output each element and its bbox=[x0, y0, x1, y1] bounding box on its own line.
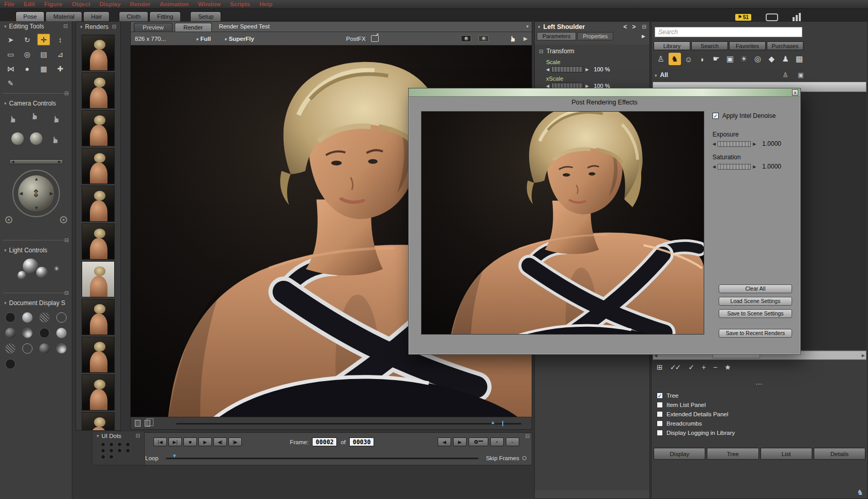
display-style-icon[interactable] bbox=[22, 343, 33, 354]
collapse-widget[interactable] bbox=[642, 24, 646, 29]
favorite-star-icon[interactable]: ★ bbox=[724, 363, 730, 371]
hands-category-icon[interactable]: ☛ bbox=[710, 53, 722, 65]
export-postfx-icon[interactable] bbox=[371, 35, 379, 42]
trackball-up-arrow[interactable]: ▲ bbox=[34, 176, 39, 182]
previous-actor-button[interactable]: < bbox=[624, 23, 627, 31]
slider-decrement[interactable]: ◀ bbox=[712, 164, 716, 169]
ui-dot[interactable] bbox=[126, 448, 130, 453]
next-key-button[interactable]: ▶ bbox=[453, 437, 467, 446]
details-view-button[interactable]: Details bbox=[814, 448, 865, 460]
ui-dot[interactable] bbox=[109, 442, 114, 447]
trackball-right-arrow[interactable]: ▶ bbox=[50, 191, 53, 196]
chain-break-tool[interactable]: ⋈ bbox=[4, 63, 17, 74]
render-engine-dropdown[interactable]: SuperFly bbox=[224, 36, 254, 42]
render-resolution[interactable]: 826 x 770... bbox=[135, 36, 166, 42]
slider-increment[interactable]: ▶ bbox=[585, 67, 588, 72]
option-display-logging-in-library[interactable]: Display Logging in Library bbox=[657, 428, 862, 437]
slider-decrement[interactable]: ◀ bbox=[546, 67, 549, 72]
render-thumbnail[interactable] bbox=[82, 72, 115, 109]
key-toggle-button[interactable] bbox=[469, 437, 488, 446]
room-tab-hair[interactable]: Hair bbox=[83, 11, 110, 21]
scale-slider[interactable] bbox=[551, 66, 583, 72]
transform-section-header[interactable]: Transform bbox=[535, 48, 649, 55]
notification-badge[interactable]: 51 bbox=[735, 14, 751, 21]
search-input[interactable] bbox=[655, 27, 802, 37]
actor-selector[interactable]: Left Shoulder < > bbox=[535, 22, 649, 32]
save-to-recent-renders-button[interactable]: Save to Recent Renders bbox=[719, 329, 792, 338]
camera-trackball[interactable]: ⇕ ▲ ▼ ◀ ▶ bbox=[18, 175, 54, 211]
poses-category-icon[interactable]: ♞ bbox=[669, 53, 681, 65]
display-style-icon[interactable] bbox=[39, 343, 50, 354]
collapse-widget[interactable] bbox=[525, 434, 530, 439]
scroll-right-arrow[interactable]: ▶ bbox=[862, 353, 865, 358]
tab-parameters[interactable]: Parameters bbox=[537, 32, 576, 40]
show-sets-icon[interactable]: ▣ bbox=[796, 70, 805, 80]
save-to-scene-settings-button[interactable]: Save to Scene Settings bbox=[719, 309, 792, 318]
lights-category-icon[interactable]: ☀ bbox=[738, 53, 750, 65]
option-tree[interactable]: Tree bbox=[657, 391, 862, 400]
current-frame-input[interactable] bbox=[312, 437, 337, 446]
tab-library[interactable]: Library bbox=[654, 41, 690, 50]
room-tab-fitting[interactable]: Fitting bbox=[149, 11, 181, 21]
next-actor-button[interactable]: > bbox=[632, 23, 636, 31]
select-tool[interactable]: ➤ bbox=[4, 34, 17, 46]
collections-category-icon[interactable]: ▦ bbox=[793, 53, 805, 65]
add-keyframe-button[interactable]: + bbox=[490, 437, 504, 446]
slider-increment[interactable]: ▶ bbox=[753, 142, 756, 146]
props-category-icon[interactable]: ▣ bbox=[724, 53, 736, 65]
close-button[interactable]: x bbox=[792, 89, 798, 96]
option-extended-details-panel[interactable]: Extended Details Panel bbox=[657, 410, 862, 419]
camera-controls-header[interactable]: Camera Controls bbox=[0, 98, 72, 109]
stats-icon[interactable] bbox=[793, 13, 801, 21]
render-thumbnail[interactable] bbox=[82, 412, 115, 431]
display-style-icon[interactable] bbox=[5, 359, 16, 369]
render-thumbnail[interactable] bbox=[82, 223, 115, 260]
tabs-overflow-arrow[interactable]: ▶ bbox=[642, 34, 645, 39]
denoise-option[interactable]: Apply Intel Denoise bbox=[712, 112, 792, 119]
color-tool[interactable]: ● bbox=[21, 63, 34, 74]
camera-plane-control[interactable]: ◀▶ bbox=[9, 159, 63, 164]
step-forward-button[interactable]: |▶ bbox=[228, 437, 242, 446]
display-view-button[interactable]: Display bbox=[654, 448, 705, 460]
toolbar-overflow-arrow[interactable]: ▶ bbox=[523, 36, 528, 41]
render-thumbnail[interactable] bbox=[82, 299, 115, 335]
grouping-tool[interactable]: ▤ bbox=[37, 48, 50, 60]
pan-view-icon[interactable]: ☛ bbox=[508, 35, 518, 42]
menu-figure[interactable]: Figure bbox=[44, 0, 63, 8]
profile-camera-icon[interactable] bbox=[30, 132, 42, 145]
denoise-checkbox[interactable] bbox=[712, 113, 719, 119]
checkbox[interactable] bbox=[657, 411, 663, 417]
display-style-icon[interactable] bbox=[5, 343, 16, 354]
document-display-header[interactable]: Document Display S bbox=[0, 298, 72, 308]
light-controls-header[interactable]: Light Controls bbox=[0, 245, 72, 255]
apply-double-check-icon[interactable]: ✓✓ bbox=[670, 363, 680, 371]
hand-camera-icon[interactable]: ☛ bbox=[50, 136, 61, 144]
display-style-icon[interactable] bbox=[56, 328, 67, 338]
tab-properties[interactable]: Properties bbox=[577, 32, 613, 40]
stop-button[interactable]: ■ bbox=[183, 437, 197, 446]
menu-display[interactable]: Display bbox=[99, 0, 120, 8]
materials-category-icon[interactable]: ◆ bbox=[765, 53, 778, 65]
tab-purchases[interactable]: Purchases bbox=[767, 41, 803, 50]
render-thumbnail[interactable] bbox=[82, 374, 115, 411]
show-figures-icon[interactable]: ♙ bbox=[781, 70, 790, 80]
add-to-library-icon[interactable]: + bbox=[702, 363, 705, 371]
render-size-dropdown[interactable]: Full bbox=[196, 36, 211, 42]
menu-animation[interactable]: Animation bbox=[160, 0, 189, 8]
menu-file[interactable]: File bbox=[4, 0, 14, 8]
direct-manipulation-tool[interactable]: ✚ bbox=[54, 63, 67, 74]
last-frame-button[interactable]: ▶| bbox=[168, 437, 182, 446]
checkbox[interactable] bbox=[657, 402, 663, 408]
option-item-list-panel[interactable]: Item List Panel bbox=[657, 400, 862, 410]
display-style-icon[interactable] bbox=[22, 328, 33, 338]
single-view-icon[interactable] bbox=[135, 420, 141, 427]
scale-tool[interactable]: ▭ bbox=[4, 48, 17, 60]
ui-dot[interactable] bbox=[109, 455, 114, 459]
menu-render[interactable]: Render bbox=[130, 0, 150, 8]
timeline-scrubber[interactable] bbox=[166, 458, 479, 459]
render-camera-icon[interactable] bbox=[461, 35, 471, 42]
option-breadcrumbs[interactable]: Breadcrumbs bbox=[657, 419, 862, 428]
morphing-tool[interactable]: ▦ bbox=[37, 63, 50, 74]
display-style-icon[interactable] bbox=[56, 343, 67, 354]
checkbox[interactable] bbox=[657, 420, 663, 427]
